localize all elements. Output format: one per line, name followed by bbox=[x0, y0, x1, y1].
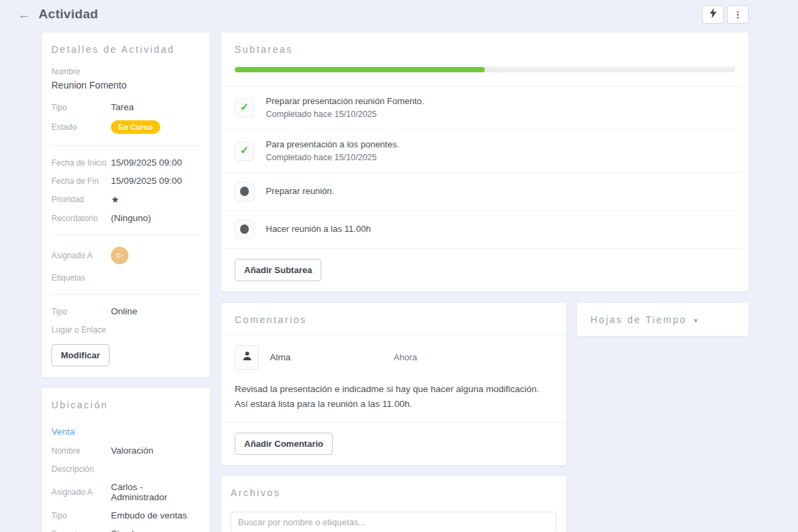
field-recordatorio: Recordatorio (Ninguno) bbox=[42, 209, 210, 227]
field-label: Estado bbox=[51, 122, 111, 132]
field-value: 15/09/2025 09:00 bbox=[111, 176, 182, 186]
add-subtask-button[interactable]: Añadir Subtarea bbox=[235, 259, 321, 281]
subtask-row: ✓ Para presentación a los ponentes. Comp… bbox=[221, 129, 749, 172]
main-column: Subtareas ✓ Preparar presentación reunió… bbox=[221, 32, 749, 532]
timesheets-dropdown[interactable]: Hojas de Tiempo ▾ bbox=[577, 303, 749, 336]
subtask-text: Preparar presentación reunión Fomento. C… bbox=[266, 95, 424, 120]
page-title: Actividad bbox=[39, 7, 98, 22]
avatar: C- bbox=[111, 247, 128, 264]
timesheets-card: Hojas de Tiempo ▾ bbox=[577, 303, 749, 336]
field-label: Nombre bbox=[51, 446, 111, 456]
field-tipo-reunion: Tipo Online bbox=[42, 302, 210, 320]
person-icon bbox=[241, 350, 253, 364]
field-label: Etiquetas bbox=[51, 273, 111, 283]
subtask-subtitle: Completado hace 15/10/2025 bbox=[266, 151, 399, 164]
divider bbox=[51, 145, 200, 146]
field-formato: Formato Simple bbox=[42, 525, 210, 532]
field-fecha-inicio: Fecha de Inicio 15/09/2025 09:00 bbox=[42, 153, 210, 172]
field-value: Carlos - Administrador bbox=[111, 482, 200, 502]
comment-header: Alma Ahora bbox=[221, 335, 566, 378]
venta-link[interactable]: Venta bbox=[51, 427, 75, 437]
field-label: Fecha de Inicio bbox=[51, 158, 111, 168]
field-label: Prioridad bbox=[51, 195, 111, 204]
more-options-button[interactable]: ⋮ bbox=[727, 5, 749, 24]
field-ubicacion-asignado: Asignado A Carlos - Administrador bbox=[42, 478, 210, 506]
modify-button[interactable]: Modificar bbox=[51, 344, 110, 366]
comments-card-title: Comentarios bbox=[221, 303, 566, 335]
left-column: Detalles de Actividad Nombre Reunion Fom… bbox=[42, 32, 210, 532]
kebab-menu-icon: ⋮ bbox=[734, 10, 743, 19]
field-label: Formato bbox=[51, 529, 111, 532]
quick-actions-button[interactable] bbox=[702, 5, 724, 24]
field-value: Embudo de ventas bbox=[111, 510, 187, 521]
file-search-wrap bbox=[221, 508, 566, 532]
field-fecha-fin: Fecha de Fin 15/09/2025 09:00 bbox=[42, 172, 210, 190]
field-label: Descripción bbox=[51, 464, 111, 474]
subtask-checkbox-pending[interactable] bbox=[235, 182, 254, 201]
details-actions: Modificar bbox=[42, 339, 210, 368]
field-label: Asignado A bbox=[51, 251, 111, 260]
field-value: (Ninguno) bbox=[111, 213, 151, 223]
field-value: Reunion Fomento bbox=[51, 80, 126, 91]
field-ubicacion-tipo: Tipo Embudo de ventas bbox=[42, 506, 210, 525]
comments-card: Comentarios Alma Ahora Revisad la presen… bbox=[221, 303, 566, 465]
field-nombre: Nombre Reunion Fomento bbox=[42, 64, 210, 98]
subtask-checkbox-checked[interactable]: ✓ bbox=[235, 141, 254, 161]
subtask-row: Hacer reunión a las 11.00h bbox=[221, 210, 749, 248]
field-descripcion: Descripción bbox=[42, 460, 210, 478]
subtask-checkbox-checked[interactable]: ✓ bbox=[235, 98, 254, 118]
field-value: Simple bbox=[111, 529, 139, 532]
back-title-group: ← Actividad bbox=[18, 7, 98, 22]
timesheets-title: Hojas de Tiempo bbox=[590, 314, 687, 325]
subtask-text: Preparar reunión. bbox=[266, 185, 334, 198]
subtask-row: ✓ Preparar presentación reunión Fomento.… bbox=[221, 86, 749, 129]
subtasks-card: Subtareas ✓ Preparar presentación reunió… bbox=[221, 32, 749, 291]
field-tipo: Tipo Tarea bbox=[42, 98, 210, 116]
location-card: Ubicación Venta Nombre Valoración Descri… bbox=[42, 388, 210, 532]
field-label: Tipo bbox=[51, 103, 111, 112]
lightning-icon bbox=[709, 8, 717, 21]
page-header: ← Actividad ⋮ bbox=[0, 0, 798, 28]
field-value: 15/09/2025 09:00 bbox=[111, 158, 182, 168]
subtask-subtitle: Completado hace 15/10/2025 bbox=[266, 108, 424, 120]
field-lugar: Lugar o Enlace bbox=[42, 320, 210, 339]
check-icon: ✓ bbox=[240, 145, 249, 156]
middle-row: Comentarios Alma Ahora Revisad la presen… bbox=[221, 303, 749, 465]
subtask-text: Hacer reunión a las 11.00h bbox=[266, 223, 371, 236]
field-prioridad: Prioridad ★ bbox=[42, 190, 210, 209]
comment-author: Alma bbox=[270, 352, 291, 362]
subtask-checkbox-pending[interactable] bbox=[235, 220, 254, 239]
field-value: Online bbox=[111, 306, 137, 316]
field-label: Fecha de Fin bbox=[51, 176, 111, 186]
subtask-text: Para presentación a los ponentes. Comple… bbox=[266, 139, 399, 164]
status-badge: En Curso bbox=[111, 120, 160, 134]
back-arrow-icon[interactable]: ← bbox=[18, 8, 30, 21]
subtasks-card-title: Subtareas bbox=[221, 32, 749, 64]
field-label: Asignado A bbox=[51, 487, 111, 497]
field-asignado: Asignado A C- bbox=[42, 243, 210, 268]
field-label: Lugar o Enlace bbox=[51, 325, 111, 335]
check-icon: ✓ bbox=[240, 102, 249, 113]
subtasks-footer: Añadir Subtarea bbox=[221, 248, 749, 291]
comment-body: Revisad la presentación e indicadme si h… bbox=[221, 378, 566, 422]
location-card-title: Ubicación bbox=[42, 388, 210, 420]
comment-avatar bbox=[235, 345, 259, 370]
files-card-title: Archivos bbox=[221, 476, 566, 508]
file-search-input[interactable] bbox=[231, 512, 557, 532]
field-etiquetas: Etiquetas bbox=[42, 268, 210, 287]
pending-dot-icon bbox=[240, 187, 249, 196]
field-value: Tarea bbox=[111, 102, 134, 112]
comment-time: Ahora bbox=[394, 352, 417, 362]
subtask-row: Preparar reunión. bbox=[221, 172, 749, 210]
comments-footer: Añadir Comentario bbox=[221, 422, 566, 465]
venta-row: Venta bbox=[42, 420, 210, 441]
field-label: Tipo bbox=[51, 307, 111, 316]
add-comment-button[interactable]: Añadir Comentario bbox=[235, 433, 333, 455]
priority-star-icon: ★ bbox=[111, 194, 120, 205]
divider bbox=[51, 294, 200, 295]
pending-dot-icon bbox=[240, 224, 249, 234]
subtask-title: Para presentación a los ponentes. bbox=[266, 139, 399, 151]
subtasks-progress-fill bbox=[235, 67, 485, 72]
files-card: Archivos presentacion_reunion_fomento b9… bbox=[221, 476, 566, 532]
divider bbox=[51, 235, 200, 235]
